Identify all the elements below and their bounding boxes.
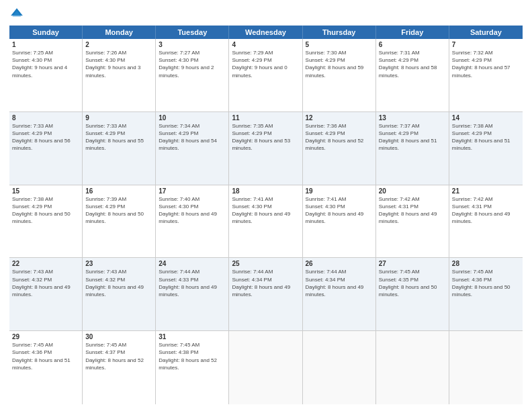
- day-info: Sunrise: 7:42 AMSunset: 4:31 PMDaylight:…: [379, 195, 446, 226]
- day-number: 25: [232, 260, 299, 267]
- calendar-cell: 24Sunrise: 7:44 AMSunset: 4:33 PMDayligh…: [156, 258, 229, 330]
- day-number: 31: [159, 333, 226, 340]
- header-cell-thursday: Thursday: [303, 26, 376, 39]
- day-number: 19: [306, 187, 373, 195]
- day-number: 30: [85, 333, 152, 340]
- calendar-cell: 19Sunrise: 7:41 AMSunset: 4:30 PMDayligh…: [303, 185, 376, 258]
- calendar-cell: 9Sunrise: 7:33 AMSunset: 4:29 PMDaylight…: [83, 112, 156, 185]
- day-number: 24: [159, 260, 226, 267]
- calendar-cell: 12Sunrise: 7:36 AMSunset: 4:29 PMDayligh…: [303, 112, 376, 185]
- calendar-cell: 14Sunrise: 7:38 AMSunset: 4:29 PMDayligh…: [449, 112, 523, 185]
- calendar-cell: 13Sunrise: 7:37 AMSunset: 4:29 PMDayligh…: [376, 112, 449, 185]
- day-number: 22: [12, 260, 79, 267]
- day-info: Sunrise: 7:41 AMSunset: 4:30 PMDaylight:…: [306, 195, 373, 226]
- calendar: SundayMondayTuesdayWednesdayThursdayFrid…: [9, 26, 523, 404]
- calendar-cell: 11Sunrise: 7:35 AMSunset: 4:29 PMDayligh…: [229, 112, 302, 185]
- calendar-cell: 16Sunrise: 7:39 AMSunset: 4:29 PMDayligh…: [83, 185, 156, 258]
- day-info: Sunrise: 7:26 AMSunset: 4:30 PMDaylight:…: [85, 49, 152, 79]
- header: [9, 7, 523, 21]
- day-info: Sunrise: 7:44 AMSunset: 4:33 PMDaylight:…: [159, 268, 226, 298]
- calendar-cell: 27Sunrise: 7:45 AMSunset: 4:35 PMDayligh…: [376, 258, 449, 330]
- day-number: 7: [452, 41, 520, 48]
- page: SundayMondayTuesdayWednesdayThursdayFrid…: [0, 0, 532, 411]
- calendar-cell: 1Sunrise: 7:25 AMSunset: 4:30 PMDaylight…: [9, 39, 83, 111]
- day-number: 27: [379, 260, 446, 267]
- calendar-cell: 20Sunrise: 7:42 AMSunset: 4:31 PMDayligh…: [376, 185, 449, 258]
- day-info: Sunrise: 7:45 AMSunset: 4:35 PMDaylight:…: [379, 268, 446, 298]
- calendar-cell: 7Sunrise: 7:32 AMSunset: 4:29 PMDaylight…: [449, 39, 523, 111]
- calendar-cell: 30Sunrise: 7:45 AMSunset: 4:37 PMDayligh…: [83, 331, 156, 404]
- day-info: Sunrise: 7:41 AMSunset: 4:30 PMDaylight:…: [232, 195, 299, 226]
- calendar-cell: 18Sunrise: 7:41 AMSunset: 4:30 PMDayligh…: [229, 185, 302, 258]
- header-cell-saturday: Saturday: [449, 26, 523, 39]
- calendar-cell: 2Sunrise: 7:26 AMSunset: 4:30 PMDaylight…: [83, 39, 156, 111]
- day-number: 16: [85, 187, 152, 195]
- day-number: 14: [452, 114, 520, 122]
- calendar-cell: [449, 331, 523, 404]
- day-info: Sunrise: 7:33 AMSunset: 4:29 PMDaylight:…: [12, 122, 79, 152]
- calendar-cell: 3Sunrise: 7:27 AMSunset: 4:30 PMDaylight…: [156, 39, 229, 111]
- day-number: 17: [159, 187, 226, 195]
- day-number: 26: [306, 260, 373, 267]
- day-info: Sunrise: 7:40 AMSunset: 4:30 PMDaylight:…: [159, 195, 226, 226]
- day-number: 2: [85, 41, 152, 48]
- calendar-cell: 22Sunrise: 7:43 AMSunset: 4:32 PMDayligh…: [9, 258, 83, 330]
- day-number: 15: [12, 187, 79, 195]
- header-cell-friday: Friday: [376, 26, 449, 39]
- day-number: 20: [379, 187, 446, 195]
- calendar-row: 1Sunrise: 7:25 AMSunset: 4:30 PMDaylight…: [9, 39, 523, 112]
- day-info: Sunrise: 7:27 AMSunset: 4:30 PMDaylight:…: [159, 49, 226, 79]
- day-number: 10: [159, 114, 226, 122]
- header-cell-tuesday: Tuesday: [156, 26, 229, 39]
- calendar-cell: 10Sunrise: 7:34 AMSunset: 4:29 PMDayligh…: [156, 112, 229, 185]
- day-info: Sunrise: 7:32 AMSunset: 4:29 PMDaylight:…: [452, 49, 520, 79]
- calendar-row: 29Sunrise: 7:45 AMSunset: 4:36 PMDayligh…: [9, 331, 523, 404]
- day-number: 29: [12, 333, 79, 340]
- calendar-row: 8Sunrise: 7:33 AMSunset: 4:29 PMDaylight…: [9, 112, 523, 185]
- day-info: Sunrise: 7:33 AMSunset: 4:29 PMDaylight:…: [85, 122, 152, 152]
- day-number: 28: [452, 260, 520, 267]
- calendar-cell: [229, 331, 302, 404]
- day-number: 12: [306, 114, 373, 122]
- logo-icon: [9, 7, 24, 21]
- day-info: Sunrise: 7:45 AMSunset: 4:37 PMDaylight:…: [85, 341, 152, 371]
- calendar-cell: 28Sunrise: 7:45 AMSunset: 4:36 PMDayligh…: [449, 258, 523, 330]
- calendar-row: 15Sunrise: 7:38 AMSunset: 4:29 PMDayligh…: [9, 185, 523, 259]
- calendar-cell: 23Sunrise: 7:43 AMSunset: 4:32 PMDayligh…: [83, 258, 156, 330]
- day-info: Sunrise: 7:45 AMSunset: 4:36 PMDaylight:…: [12, 341, 79, 371]
- calendar-cell: 6Sunrise: 7:31 AMSunset: 4:29 PMDaylight…: [376, 39, 449, 111]
- day-info: Sunrise: 7:45 AMSunset: 4:38 PMDaylight:…: [159, 341, 226, 371]
- day-number: 3: [159, 41, 226, 48]
- day-number: 13: [379, 114, 446, 122]
- day-number: 4: [232, 41, 299, 48]
- calendar-cell: 5Sunrise: 7:30 AMSunset: 4:29 PMDaylight…: [303, 39, 376, 111]
- header-cell-sunday: Sunday: [9, 26, 83, 39]
- day-info: Sunrise: 7:44 AMSunset: 4:34 PMDaylight:…: [232, 268, 299, 298]
- day-number: 1: [12, 41, 79, 48]
- calendar-cell: [303, 331, 376, 404]
- calendar-header: SundayMondayTuesdayWednesdayThursdayFrid…: [9, 26, 523, 39]
- calendar-cell: 8Sunrise: 7:33 AMSunset: 4:29 PMDaylight…: [9, 112, 83, 185]
- calendar-cell: 25Sunrise: 7:44 AMSunset: 4:34 PMDayligh…: [229, 258, 302, 330]
- day-number: 6: [379, 41, 446, 48]
- calendar-cell: 26Sunrise: 7:44 AMSunset: 4:34 PMDayligh…: [303, 258, 376, 330]
- header-cell-monday: Monday: [83, 26, 156, 39]
- day-number: 21: [452, 187, 520, 195]
- day-info: Sunrise: 7:42 AMSunset: 4:31 PMDaylight:…: [452, 195, 520, 226]
- day-number: 8: [12, 114, 79, 122]
- day-info: Sunrise: 7:43 AMSunset: 4:32 PMDaylight:…: [12, 268, 79, 298]
- day-number: 18: [232, 187, 299, 195]
- calendar-cell: 29Sunrise: 7:45 AMSunset: 4:36 PMDayligh…: [9, 331, 83, 404]
- calendar-cell: 17Sunrise: 7:40 AMSunset: 4:30 PMDayligh…: [156, 185, 229, 258]
- calendar-cell: 21Sunrise: 7:42 AMSunset: 4:31 PMDayligh…: [449, 185, 523, 258]
- day-info: Sunrise: 7:25 AMSunset: 4:30 PMDaylight:…: [12, 49, 79, 79]
- calendar-body: 1Sunrise: 7:25 AMSunset: 4:30 PMDaylight…: [9, 39, 523, 404]
- calendar-cell: 15Sunrise: 7:38 AMSunset: 4:29 PMDayligh…: [9, 185, 83, 258]
- day-number: 9: [85, 114, 152, 122]
- calendar-cell: 31Sunrise: 7:45 AMSunset: 4:38 PMDayligh…: [156, 331, 229, 404]
- day-info: Sunrise: 7:45 AMSunset: 4:36 PMDaylight:…: [452, 268, 520, 298]
- day-info: Sunrise: 7:44 AMSunset: 4:34 PMDaylight:…: [306, 268, 373, 298]
- calendar-cell: 4Sunrise: 7:29 AMSunset: 4:29 PMDaylight…: [229, 39, 302, 111]
- day-info: Sunrise: 7:43 AMSunset: 4:32 PMDaylight:…: [85, 268, 152, 298]
- day-number: 5: [306, 41, 373, 48]
